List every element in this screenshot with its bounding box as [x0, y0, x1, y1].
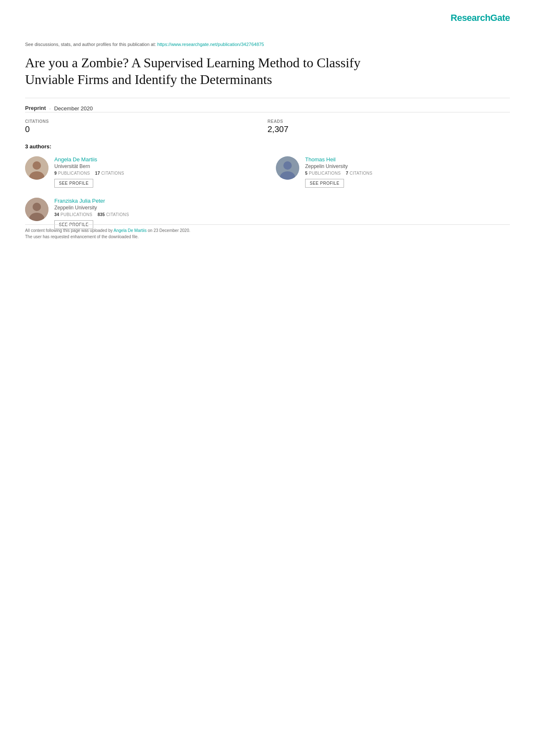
- author-avatar-3: [25, 198, 48, 221]
- preprint-separator: ·: [49, 105, 51, 112]
- author-avatar-2: [276, 156, 299, 180]
- author-stats-1: 9 PUBLICATIONS 17 CITATIONS: [54, 171, 259, 176]
- publication-link[interactable]: https://www.researchgate.net/publication…: [157, 42, 264, 47]
- author-university-2: Zeppelin University: [305, 163, 510, 169]
- title-divider: [25, 98, 510, 98]
- see-discussions-text: See discussions, stats, and author profi…: [25, 42, 156, 47]
- citations-block: CITATIONS 0: [25, 112, 268, 139]
- footer: All content following this page was uplo…: [25, 224, 510, 239]
- brand-logo-area: ResearchGate: [451, 13, 510, 23]
- researchgate-logo: ResearchGate: [451, 13, 510, 23]
- stats-row: CITATIONS 0 READS 2,307: [25, 112, 510, 139]
- footer-divider: [25, 224, 510, 225]
- see-discussions-bar: See discussions, stats, and author profi…: [25, 42, 510, 47]
- author-avatar-1: [25, 156, 48, 180]
- author-name-3[interactable]: Franziska Julia Peter: [54, 198, 259, 204]
- author-stats-3: 34 PUBLICATIONS 835 CITATIONS: [54, 212, 259, 217]
- citations-label: CITATIONS: [25, 119, 268, 124]
- author-university-3: Zeppelin University: [54, 205, 259, 211]
- preprint-date: December 2020: [54, 105, 93, 112]
- citations-value: 0: [25, 125, 268, 134]
- see-profile-button-1[interactable]: SEE PROFILE: [54, 179, 93, 188]
- author-info-1: Angela De Martiis Universität Bern 9 PUB…: [54, 156, 259, 188]
- authors-section-label: 3 authors:: [25, 143, 510, 150]
- reads-block: READS 2,307: [268, 112, 510, 139]
- reads-label: READS: [268, 119, 510, 124]
- see-profile-button-2[interactable]: SEE PROFILE: [305, 179, 344, 188]
- author-name-2[interactable]: Thomas Heil: [305, 156, 510, 163]
- reads-value: 2,307: [268, 125, 510, 134]
- author-stats-2: 5 PUBLICATIONS 7 CITATIONS: [305, 171, 510, 176]
- author-card-1: Angela De Martiis Universität Bern 9 PUB…: [25, 156, 259, 188]
- preprint-label: Preprint: [25, 105, 46, 111]
- author-info-2: Thomas Heil Zeppelin University 5 PUBLIC…: [305, 156, 510, 188]
- svg-point-7: [33, 203, 41, 211]
- author-university-1: Universität Bern: [54, 163, 259, 169]
- svg-point-1: [33, 161, 41, 170]
- footer-note: The user has requested enhancement of th…: [25, 234, 510, 239]
- author-name-1[interactable]: Angela De Martiis: [54, 156, 259, 163]
- paper-title: Are you a Zombie? A Supervised Learning …: [25, 54, 401, 88]
- author-card-2: Thomas Heil Zeppelin University 5 PUBLIC…: [276, 156, 510, 188]
- svg-point-4: [283, 161, 292, 170]
- footer-uploaded-text: All content following this page was uplo…: [25, 228, 510, 233]
- preprint-row: Preprint · December 2020: [25, 105, 510, 112]
- footer-uploader-link[interactable]: Angela De Martiis: [114, 228, 147, 233]
